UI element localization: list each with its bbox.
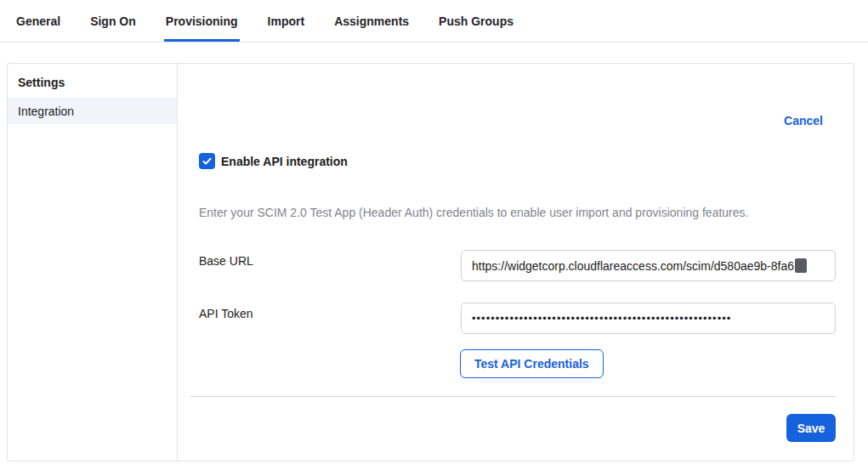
api-token-label: API Token (199, 307, 253, 320)
tab-general[interactable]: General (16, 0, 60, 42)
enable-api-integration-checkbox[interactable] (199, 153, 215, 169)
checkmark-icon (201, 156, 213, 167)
sidebar-heading: Settings (8, 64, 177, 98)
tab-push-groups[interactable]: Push Groups (439, 0, 513, 42)
tab-import-label: Import (268, 14, 305, 28)
tab-push-groups-label: Push Groups (439, 14, 513, 28)
tab-sign-on[interactable]: Sign On (90, 0, 136, 42)
credentials-description: Enter your SCIM 2.0 Test App (Header Aut… (199, 206, 748, 219)
base-url-value: https://widgetcorp.cloudflareaccess.com/… (472, 259, 794, 273)
api-token-input[interactable]: ••••••••••••••••••••••••••••••••••••••••… (461, 303, 836, 334)
tab-import[interactable]: Import (268, 0, 305, 42)
tab-sign-on-label: Sign On (90, 14, 136, 28)
footer-divider (190, 396, 836, 397)
sidebar-item-integration[interactable]: Integration (8, 98, 177, 124)
tab-provisioning-label: Provisioning (166, 14, 238, 28)
enable-api-integration-label[interactable]: Enable API integration (221, 155, 348, 168)
test-api-credentials-button[interactable]: Test API Credentials (460, 349, 604, 378)
save-button[interactable]: Save (786, 414, 836, 442)
api-token-masked-value: ••••••••••••••••••••••••••••••••••••••••… (472, 312, 731, 325)
tab-provisioning[interactable]: Provisioning (166, 0, 238, 42)
sidebar-item-integration-label: Integration (18, 105, 74, 118)
app-tab-bar: General Sign On Provisioning Import Assi… (0, 0, 868, 42)
base-url-input[interactable]: https://widgetcorp.cloudflareaccess.com/… (461, 250, 836, 281)
provisioning-panel: Settings Integration Cancel Enable API i… (7, 63, 854, 462)
tab-general-label: General (16, 14, 60, 28)
tab-assignments[interactable]: Assignments (334, 0, 409, 42)
text-selection-cursor (795, 258, 807, 273)
settings-sidebar: Settings Integration (8, 64, 178, 461)
cancel-link[interactable]: Cancel (784, 114, 823, 127)
base-url-label: Base URL (199, 254, 253, 268)
tab-assignments-label: Assignments (334, 14, 409, 28)
